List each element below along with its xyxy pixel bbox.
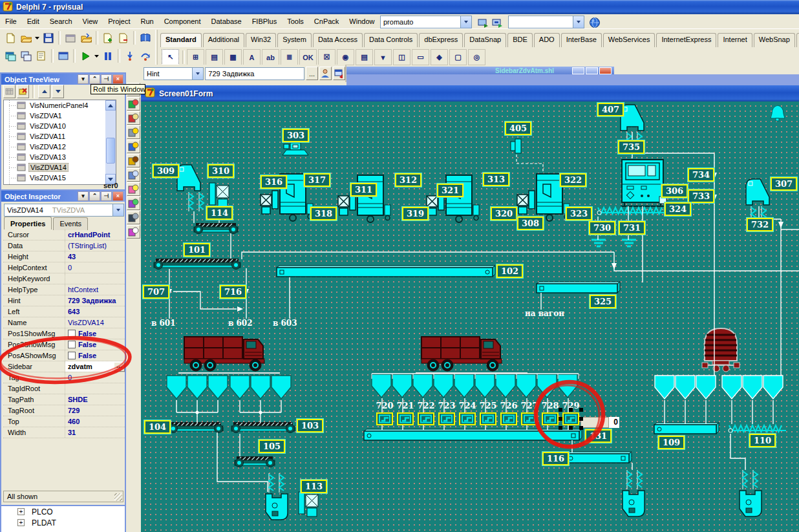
treeview-item[interactable]: VisZDVA1 [4, 111, 116, 121]
cursor-icon[interactable]: ↖ [162, 49, 179, 65]
dropdown-button[interactable] [34, 30, 41, 45]
selection-handle[interactable] [559, 426, 562, 430]
object-treeview-titlebar[interactable]: Object TreeView ▾ ⌃ ⊣ × [1, 74, 125, 85]
tag-label-312[interactable]: 312 [395, 173, 421, 187]
palette-tab-decision-cube[interactable]: Decision Cube [796, 33, 799, 47]
property-value[interactable]: 0 [65, 372, 125, 383]
menu-component[interactable]: Component [159, 15, 206, 28]
open-folder-button[interactable] [18, 30, 34, 45]
close-icon[interactable]: × [112, 191, 123, 201]
tag-label-707[interactable]: 707 [143, 285, 169, 299]
property-value[interactable]: VisZDVA14 [65, 317, 125, 328]
globe-icon[interactable] [587, 15, 602, 30]
treeview-item[interactable]: VisZDVA12 [4, 142, 116, 152]
gate-valve-icon-723[interactable] [438, 412, 455, 425]
tag-label-303[interactable]: 303 [282, 129, 309, 142]
property-row-tagroot[interactable]: TagRoot729 [3, 405, 125, 416]
numeric-panel[interactable]: 0 [581, 417, 619, 428]
property-value[interactable]: 43 [65, 251, 125, 262]
property-value[interactable]: htContext [65, 284, 125, 295]
move-up-icon[interactable] [38, 85, 50, 98]
selection-handle[interactable] [559, 408, 562, 412]
tag-label-322[interactable]: 322 [560, 173, 586, 187]
selection-handle[interactable] [559, 417, 562, 421]
tag-label-110[interactable]: 110 [749, 434, 776, 447]
chevron-down-icon[interactable] [192, 68, 203, 80]
property-value[interactable]: 729 Задвижка [65, 295, 125, 306]
palette-tab-additional[interactable]: Additional [203, 33, 244, 47]
tag-label-323[interactable]: 323 [566, 207, 592, 220]
palette-tab-win32[interactable]: Win32 [246, 33, 276, 47]
tool-8-icon[interactable] [127, 182, 140, 196]
ellipsis-button[interactable]: ... [114, 362, 125, 372]
palette-tab-bde[interactable]: BDE [507, 33, 533, 47]
tag-label-103[interactable]: 103 [297, 419, 323, 432]
gate-valve-icon-726[interactable] [500, 412, 517, 425]
palette-tab-datasnap[interactable]: DataSnap [464, 33, 506, 47]
tool-4-icon[interactable] [127, 125, 140, 139]
property-value[interactable] [65, 273, 125, 284]
tool-2-icon[interactable] [127, 97, 140, 111]
desktop-layout-combo[interactable]: promauto [380, 16, 472, 28]
tool-7-icon[interactable] [127, 168, 140, 182]
property-row-sidebar[interactable]: Sidebarzdvatm... [3, 361, 125, 372]
property-value-field[interactable]: 729 Задвижка [205, 67, 304, 80]
property-value[interactable]: SHDE [65, 394, 125, 405]
tag-label-306[interactable]: 306 [661, 184, 688, 198]
property-value[interactable]: 31 [65, 427, 125, 438]
property-row-cursor[interactable]: CursorcrHandPoint [3, 229, 125, 240]
property-row-helptype[interactable]: HelpTypehtContext [3, 284, 125, 295]
gate-valve-icon-727[interactable] [521, 412, 538, 425]
listbox-icon[interactable]: ▤ [356, 49, 373, 65]
resize-grip[interactable] [114, 493, 122, 501]
tag-label-324[interactable]: 324 [665, 202, 691, 216]
tag-label-405[interactable]: 405 [505, 122, 531, 135]
window-button[interactable] [56, 48, 71, 63]
treeview-item[interactable]: VisZDVA15 [4, 173, 116, 183]
treeview-item[interactable]: VisZDVA10 [4, 121, 116, 131]
checkbox-icon[interactable]: ☒ [318, 49, 336, 65]
tab-events[interactable]: Events [53, 217, 88, 230]
tag-label-131[interactable]: 131 [585, 429, 612, 443]
new-item-icon[interactable] [3, 85, 16, 98]
help-book-button[interactable] [138, 30, 153, 45]
label-icon[interactable]: A [243, 49, 261, 65]
edit-icon[interactable]: ab [262, 49, 279, 65]
app-titlebar[interactable]: Delphi 7 - rpvisual [0, 0, 799, 14]
chevron-down-icon[interactable] [460, 16, 471, 28]
tool-6-icon[interactable] [127, 154, 140, 167]
maximize-icon[interactable] [586, 67, 598, 74]
button-icon[interactable]: OK [299, 49, 317, 65]
palette-tab-data-access[interactable]: Data Access [313, 33, 363, 47]
treeview-item[interactable]: VisNumericPanel4 [4, 100, 116, 111]
tag-label-732[interactable]: 732 [747, 218, 773, 231]
property-row-pos2showmsg[interactable]: Pos2ShowMsgFalse [3, 339, 125, 350]
pin-icon[interactable]: ⊣ [101, 191, 112, 201]
tag-label-325[interactable]: 325 [590, 295, 616, 308]
property-selector-combo[interactable]: Hint [144, 67, 204, 80]
chevron-down-icon[interactable]: ▾ [78, 74, 89, 84]
trace-into-button[interactable] [122, 48, 138, 63]
minimize-icon[interactable] [572, 67, 584, 74]
save-desktop-button[interactable] [476, 16, 491, 30]
menu-search[interactable]: Search [45, 15, 78, 28]
tag-label-307[interactable]: 307 [771, 177, 797, 191]
gate-valve-icon-722[interactable] [418, 412, 434, 425]
palette-tab-webservices[interactable]: WebServices [603, 33, 655, 47]
menu-file[interactable]: File [0, 15, 22, 28]
form-designer-window[interactable]: Screen01Form 407405303735309310316317311… [141, 85, 799, 532]
menu-edit[interactable]: Edit [22, 15, 45, 28]
inspector-object-combo[interactable]: VisZDVA14TVisZDVA [4, 204, 124, 217]
chevron-down-icon[interactable] [573, 16, 584, 28]
close-icon[interactable]: × [112, 74, 123, 84]
tag-label-735[interactable]: 735 [618, 140, 645, 154]
rollup-icon[interactable]: ⌃ [89, 191, 100, 201]
selection-handle[interactable] [579, 408, 583, 412]
tool-11-icon[interactable] [127, 225, 140, 239]
tag-label-313[interactable]: 313 [483, 173, 509, 186]
tag-label-319[interactable]: 319 [402, 207, 429, 220]
palette-tab-internetexpress[interactable]: InternetExpress [656, 33, 716, 47]
property-row-posashowmsg[interactable]: PosAShowMsgFalse [3, 350, 125, 361]
gate-valve-icon-728[interactable] [542, 412, 559, 425]
new-form-button[interactable] [3, 48, 18, 63]
